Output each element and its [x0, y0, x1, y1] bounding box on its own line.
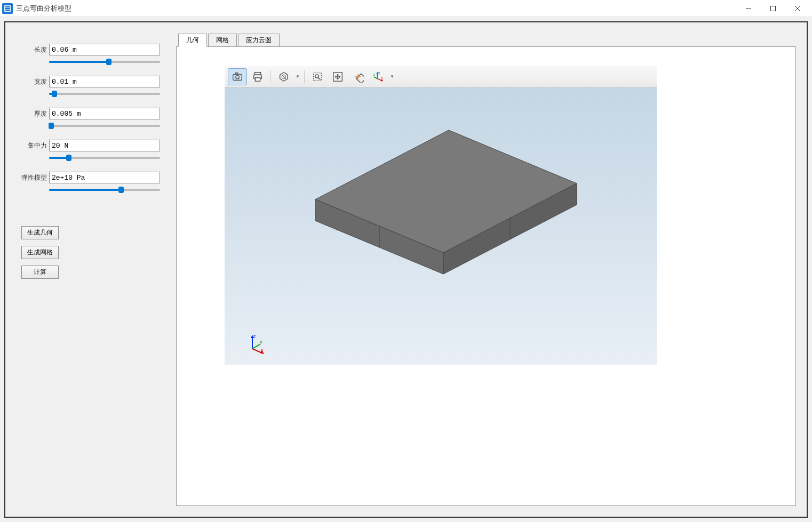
svg-line-18	[319, 77, 321, 79]
svg-rect-4	[771, 6, 776, 11]
svg-line-25	[374, 77, 377, 79]
svg-text:z: z	[373, 73, 375, 76]
minimize-button[interactable]	[736, 0, 761, 17]
thickness-slider[interactable]	[49, 122, 160, 130]
canvas-3d[interactable]: ▼	[225, 66, 657, 365]
model-3d	[294, 114, 593, 295]
thickness-input[interactable]	[49, 108, 160, 119]
svg-rect-9	[235, 73, 238, 74]
fit-view-icon[interactable]	[348, 68, 368, 85]
tab-stress[interactable]: 应力云图	[238, 34, 280, 47]
pan-icon[interactable]	[328, 68, 347, 85]
svg-text:x: x	[381, 76, 384, 79]
svg-text:z: z	[253, 334, 256, 339]
axis-dropdown-icon[interactable]: ▼	[389, 74, 395, 79]
svg-point-8	[236, 75, 239, 78]
svg-line-40	[252, 344, 260, 349]
zoom-window-icon[interactable]	[308, 68, 327, 85]
modulus-input[interactable]	[49, 172, 160, 183]
width-label: 宽度	[21, 77, 49, 86]
force-label: 集中力	[21, 141, 49, 150]
canvas-toolbar: ▼	[225, 66, 657, 87]
titlebar: 三点弯曲分析模型	[0, 0, 812, 17]
svg-rect-20	[356, 74, 364, 83]
svg-text:y: y	[378, 71, 380, 75]
axis-view-icon[interactable]: y x z	[369, 68, 388, 85]
force-input[interactable]	[49, 140, 160, 151]
viewport: ▼	[176, 46, 796, 506]
width-slider[interactable]	[49, 90, 160, 98]
svg-text:x: x	[261, 347, 264, 352]
shape-icon[interactable]	[274, 68, 293, 85]
thickness-label: 厚度	[21, 109, 49, 118]
camera-icon[interactable]	[228, 68, 247, 85]
modulus-label: 弹性模型	[21, 173, 49, 182]
generate-mesh-button[interactable]: 生成网格	[21, 246, 59, 259]
length-label: 长度	[21, 45, 49, 54]
generate-geometry-button[interactable]: 生成几何	[21, 226, 59, 239]
tab-mesh[interactable]: 网格	[208, 34, 237, 47]
compute-button[interactable]: 计算	[21, 266, 59, 279]
tab-geometry[interactable]: 几何	[178, 34, 207, 47]
svg-point-17	[315, 74, 319, 77]
window-title: 三点弯曲分析模型	[16, 4, 736, 13]
svg-rect-12	[255, 77, 260, 81]
svg-rect-0	[5, 5, 11, 11]
shape-dropdown-icon[interactable]: ▼	[294, 74, 301, 79]
tabs: 几何 网格 应力云图	[176, 33, 796, 46]
modulus-slider[interactable]	[49, 186, 160, 194]
svg-text:y: y	[260, 339, 262, 344]
length-input[interactable]	[49, 44, 160, 55]
axis-gizmo: z x y	[246, 333, 267, 354]
parameter-panel: 长度 宽度 厚度	[5, 22, 176, 517]
width-input[interactable]	[49, 76, 160, 87]
maximize-button[interactable]	[761, 0, 785, 17]
app-icon	[2, 3, 13, 14]
close-button[interactable]	[785, 0, 810, 17]
force-slider[interactable]	[49, 154, 160, 162]
length-slider[interactable]	[49, 58, 160, 66]
print-icon[interactable]	[248, 68, 267, 85]
